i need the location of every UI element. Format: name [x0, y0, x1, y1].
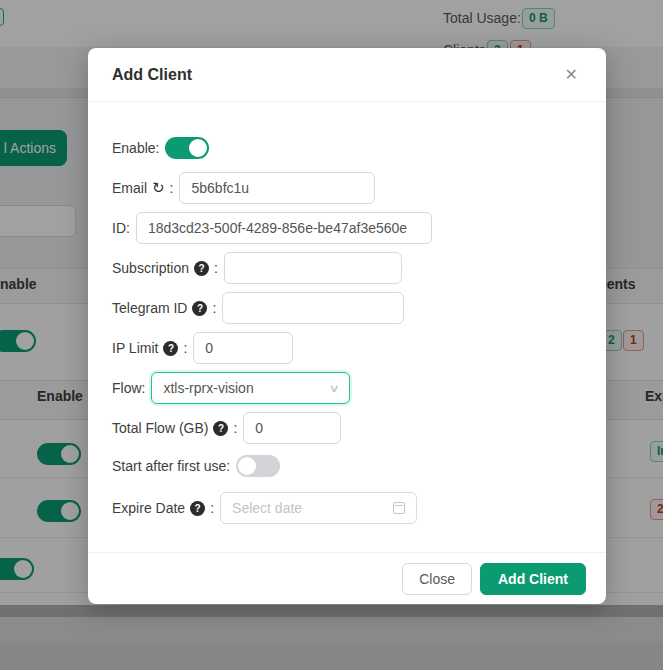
id-label: ID: [112, 220, 130, 236]
help-icon[interactable]: ? [190, 501, 205, 516]
help-icon[interactable]: ? [213, 421, 228, 436]
telegram-label: Telegram ID ? : [112, 300, 216, 316]
modal-body: Enable: Email ↻ : ID: Subscriptio [88, 102, 606, 552]
subscription-row: Subscription ? : [112, 252, 582, 284]
expire-date-picker[interactable]: Select date [220, 492, 417, 524]
add-client-modal: Add Client ✕ Enable: Email ↻ : ID: [88, 48, 606, 604]
add-client-button[interactable]: Add Client [480, 563, 586, 595]
enable-row: Enable: [112, 132, 582, 164]
close-button[interactable]: Close [402, 563, 472, 595]
flow-label: Flow: [112, 380, 145, 396]
enable-toggle[interactable] [165, 137, 209, 159]
telegram-row: Telegram ID ? : [112, 292, 582, 324]
subscription-field[interactable] [224, 252, 402, 284]
flow-row: Flow: xtls-rprx-vision ∨ [112, 372, 582, 404]
ip-limit-field[interactable] [193, 332, 293, 364]
expire-date-label: Expire Date ? : [112, 500, 214, 516]
help-icon[interactable]: ? [163, 341, 178, 356]
expire-date-placeholder: Select date [232, 500, 302, 516]
toggle-knob [238, 457, 256, 475]
modal-title: Add Client [112, 66, 192, 84]
id-field[interactable] [136, 212, 432, 244]
start-after-first-use-label: Start after first use: [112, 458, 230, 474]
refresh-icon[interactable]: ↻ [152, 179, 165, 197]
telegram-id-field[interactable] [222, 292, 404, 324]
ip-limit-label: IP Limit ? : [112, 340, 187, 356]
app-screen: Total Usage: 0 B Clients: 2 1 l Actions … [0, 0, 663, 670]
toggle-knob [189, 139, 207, 157]
flow-select[interactable]: xtls-rprx-vision ∨ [151, 372, 350, 404]
email-row: Email ↻ : [112, 172, 582, 204]
subscription-label: Subscription ? : [112, 260, 218, 276]
start-after-first-use-toggle[interactable] [236, 455, 280, 477]
chevron-down-icon: ∨ [329, 382, 340, 395]
ip-limit-row: IP Limit ? : [112, 332, 582, 364]
total-flow-label: Total Flow (GB) ? : [112, 420, 237, 436]
total-flow-field[interactable] [243, 412, 341, 444]
modal-footer: Close Add Client [88, 552, 606, 604]
total-flow-row: Total Flow (GB) ? : [112, 412, 582, 444]
help-icon[interactable]: ? [192, 301, 207, 316]
email-field[interactable] [179, 172, 375, 204]
enable-label: Enable: [112, 140, 159, 156]
expire-date-row: Expire Date ? : Select date [112, 492, 582, 524]
close-icon[interactable]: ✕ [561, 63, 582, 87]
start-after-first-use-row: Start after first use: [112, 452, 582, 480]
id-row: ID: [112, 212, 582, 244]
flow-selected-value: xtls-rprx-vision [163, 380, 253, 396]
modal-header: Add Client ✕ [88, 48, 606, 102]
calendar-icon [393, 502, 405, 514]
help-icon[interactable]: ? [194, 261, 209, 276]
email-label: Email ↻ : [112, 179, 173, 197]
